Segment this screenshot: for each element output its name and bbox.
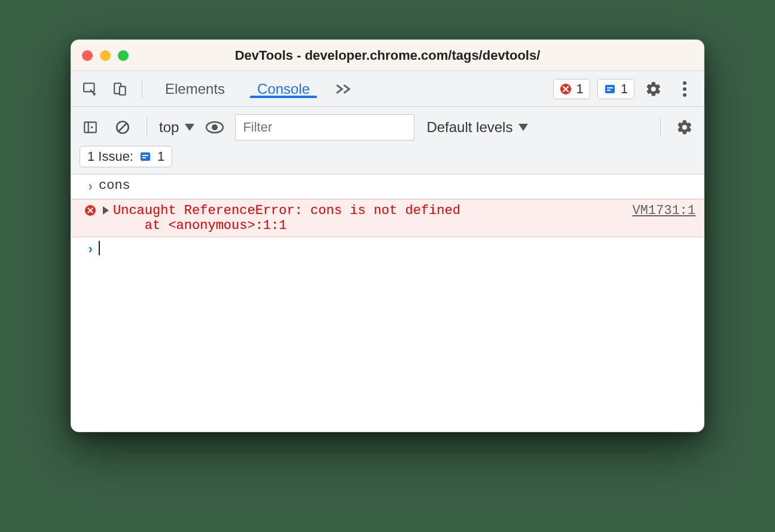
window-title: DevTools - developer.chrome.com/tags/dev… [71, 48, 704, 63]
disclosure-triangle-icon[interactable] [103, 206, 109, 215]
log-levels-select[interactable]: Default levels [426, 119, 528, 136]
console-output: › cons Uncaught ReferenceError: cons is … [71, 175, 704, 432]
svg-rect-5 [607, 87, 613, 88]
issues-count: 1 [621, 81, 628, 97]
settings-icon[interactable] [642, 77, 666, 101]
toggle-console-sidebar-icon[interactable] [78, 115, 102, 139]
console-error-row[interactable]: Uncaught ReferenceError: cons is not def… [71, 199, 704, 237]
issues-bar-button[interactable]: 1 Issue: 1 [80, 146, 172, 167]
error-message: Uncaught ReferenceError: cons is not def… [113, 203, 620, 233]
svg-rect-4 [605, 85, 615, 93]
svg-rect-6 [607, 90, 611, 91]
svg-point-15 [212, 124, 218, 130]
chevron-right-icon: › [86, 180, 94, 195]
input-text: cons [99, 178, 695, 193]
svg-line-13 [119, 124, 127, 132]
error-icon [85, 205, 96, 216]
maximize-window-button[interactable] [118, 50, 129, 61]
svg-point-8 [683, 87, 686, 91]
titlebar: DevTools - developer.chrome.com/tags/dev… [71, 40, 704, 71]
log-levels-label: Default levels [426, 119, 512, 136]
tab-console[interactable]: Console [244, 81, 323, 97]
console-toolbar: top Default levels 1 Issue: 1 [71, 107, 704, 175]
minimize-window-button[interactable] [100, 50, 111, 61]
inspect-element-icon[interactable] [78, 77, 102, 101]
divider [660, 118, 661, 136]
console-settings-icon[interactable] [673, 115, 697, 139]
context-value: top [159, 119, 179, 136]
console-input-echo: › cons [71, 175, 704, 199]
devtools-window: DevTools - developer.chrome.com/tags/dev… [71, 39, 704, 432]
tab-elements-label: Elements [165, 81, 225, 97]
error-line-2: at <anonymous>:1:1 [113, 218, 286, 233]
error-icon [560, 83, 572, 95]
chevron-down-icon [518, 124, 528, 131]
close-window-button[interactable] [82, 50, 93, 61]
issues-bar-count: 1 [157, 149, 164, 164]
svg-rect-10 [84, 122, 96, 132]
error-source-link[interactable]: VM1731:1 [632, 203, 695, 218]
issues-label: 1 Issue: [87, 149, 133, 164]
error-line-1: Uncaught ReferenceError: cons is not def… [113, 203, 460, 218]
live-expression-icon[interactable] [203, 115, 227, 139]
chevron-right-icon: › [86, 243, 94, 258]
tab-elements[interactable]: Elements [152, 81, 238, 97]
issue-icon [139, 151, 151, 163]
divider [142, 80, 142, 98]
tab-console-label: Console [257, 81, 310, 97]
traffic-lights [82, 50, 129, 61]
main-tabstrip: Elements Console 1 1 [71, 71, 704, 107]
svg-rect-18 [142, 157, 146, 158]
console-prompt[interactable]: › [71, 237, 704, 261]
svg-rect-0 [84, 83, 94, 91]
text-cursor [99, 241, 100, 255]
chevron-down-icon [185, 124, 194, 131]
svg-rect-17 [142, 155, 148, 156]
svg-point-9 [683, 93, 686, 97]
svg-point-7 [683, 81, 686, 85]
more-tabs-button[interactable] [329, 83, 359, 95]
svg-rect-16 [141, 152, 150, 161]
clear-console-icon[interactable] [111, 115, 135, 139]
svg-rect-2 [120, 86, 126, 94]
divider [147, 118, 147, 136]
issues-counter-button[interactable]: 1 [597, 79, 634, 99]
error-counter-button[interactable]: 1 [553, 79, 590, 99]
more-options-icon[interactable] [673, 77, 697, 101]
filter-input[interactable] [235, 114, 414, 140]
error-count: 1 [576, 81, 584, 97]
context-select[interactable]: top [159, 119, 194, 136]
device-toggle-icon[interactable] [108, 77, 132, 101]
issue-icon [604, 83, 616, 95]
